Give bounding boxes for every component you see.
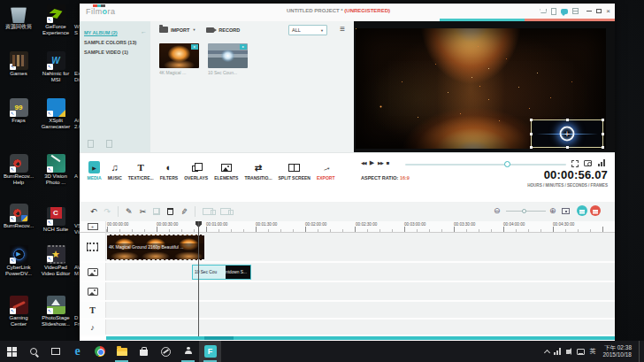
desktop-icon-fraps[interactable]: 99↖ Fraps [1,98,36,124]
undo-button[interactable]: ↶ [90,205,97,218]
speaker-icon[interactable] [566,350,570,354]
delete-trash-icon[interactable] [167,208,173,215]
tray-expand-icon[interactable] [544,349,550,355]
media-item-10sec-countdown[interactable]: ▸ 10 Sec Coun... [208,43,248,75]
taskbar-people[interactable] [177,341,199,362]
preview-video[interactable] [356,28,606,149]
desktop-icon-photostage[interactable]: ↖ PhotoStage Slideshow... [38,296,73,327]
media-item-4k-magical[interactable]: ▸ 4K Magical ... [159,43,199,75]
resize-handle[interactable] [530,146,533,149]
video-track[interactable]: 4K Magical Ground 2160p Beautiful ... [80,233,615,263]
minimize-button[interactable] [586,11,592,12]
fit-timeline-icon[interactable] [562,208,570,214]
text-track-header[interactable]: T [80,302,106,318]
remove-file-icon[interactable] [106,140,112,148]
zoom-slider-handle[interactable] [522,209,526,213]
taskbar-search-button[interactable] [22,341,44,362]
record-button[interactable]: RECORD [206,27,240,33]
tab-filters[interactable]: ◐ FILTERS [157,161,180,181]
feedback-bubble-icon[interactable] [561,9,568,14]
track-manager[interactable]: + [80,221,106,233]
add-marker-button[interactable] [577,205,587,216]
pip-track-header[interactable] [80,263,106,281]
desktop-icon-nahimic[interactable]: W↖ Nahimic for MSI [38,51,73,83]
desktop-icon-3dvision[interactable]: ↖ 3D Vision Photo ... [38,154,73,186]
timeline-scrollbar[interactable] [106,336,615,340]
desktop-icon-xsplit[interactable]: ↖ XSplit Gamecaster [38,98,73,130]
timeline-zoom-slider[interactable] [506,211,546,212]
marker-pen-icon[interactable]: ✎ [177,207,190,216]
taskbar-filmora[interactable]: F [199,341,221,362]
playhead[interactable] [198,221,199,336]
snapshot-camera-icon[interactable] [584,160,592,166]
pip-track-1[interactable]: 10 Sec Cou ntdown S... [80,263,615,282]
next-frame-button[interactable]: ▶▶ [378,160,383,166]
tab-elements[interactable]: ELEMENTS [211,161,242,181]
ime-indicator[interactable]: 英 [589,347,595,356]
task-view-button[interactable] [44,341,66,362]
desktop-icon-games[interactable]: ↖ Games [1,51,36,77]
panel-icon[interactable] [572,8,579,14]
desktop-icon-burnrecovery[interactable]: ↖ BurnRecov... [1,204,36,229]
pip-track-2[interactable] [80,282,615,302]
resize-handle[interactable] [602,146,604,149]
crop-icon[interactable] [153,208,160,215]
text-track[interactable]: T [80,302,615,320]
resize-handle[interactable] [602,133,604,135]
taskbar-clock[interactable]: 下午 02:38 2015/10/18 [600,344,634,358]
audio-track[interactable]: ♪ [80,320,615,336]
sidebar-item-my-album[interactable]: MY ALBUM (2) [80,27,150,37]
desktop-icon-nch-suite[interactable]: C↖ NCH Suite [38,204,73,233]
audio-track-header[interactable]: ♪ [80,320,106,335]
sidebar-item-sample-video[interactable]: SAMPLE VIDEO (1) [80,47,150,57]
taskbar-paint[interactable] [155,341,177,362]
collapse-sidebar-icon[interactable]: ← [141,28,147,35]
taskbar-store[interactable] [133,341,155,362]
desktop-icon-cyberlink[interactable]: ▶↖ CyberLink PowerDV... [1,245,36,277]
desktop-icon-geforce[interactable]: ↖ GeForce Experience [38,4,73,36]
taskbar-chrome[interactable] [88,341,111,362]
redo-button[interactable]: ↷ [104,205,111,218]
close-button[interactable]: × [606,8,610,15]
desktop-icon-recycle-bin[interactable]: 資源回收筒 [1,4,36,30]
mute-icon[interactable] [220,208,231,215]
zoom-out-icon[interactable]: ⊖ [494,206,501,215]
pip-overlay-selection[interactable] [531,119,603,148]
network-icon[interactable] [554,348,562,355]
media-filter-dropdown[interactable]: ALL ▼ [288,25,327,35]
seek-bar[interactable] [405,164,566,166]
tab-transitions[interactable]: ⇄ TRANSITIO... [242,161,275,181]
resize-handle[interactable] [566,146,569,149]
document-icon[interactable] [551,8,556,15]
stop-button[interactable]: ■ [387,160,390,166]
desktop-icon-gaming-center[interactable]: ↖ Gaming Center [1,296,36,327]
split-scissors-icon[interactable]: ✂ [140,205,147,218]
volume-icon[interactable] [598,159,607,166]
start-button[interactable] [0,341,22,362]
play-button[interactable]: ▶ [370,159,374,166]
edit-pencil-icon[interactable]: ✎ [126,205,133,218]
view-menu-icon[interactable]: ≡ [340,24,345,34]
export-button[interactable]: → EXPORT [313,161,338,181]
taskbar-file-explorer[interactable] [111,341,133,362]
show-desktop-button[interactable] [639,341,642,362]
fullscreen-icon[interactable] [571,160,579,167]
add-file-icon[interactable] [88,140,94,148]
resize-handle[interactable] [530,119,533,121]
cart-icon[interactable] [540,9,547,13]
tab-media[interactable]: ▶ MEDIA [84,161,104,181]
tab-music[interactable]: ♫ MUSIC [104,161,125,181]
record-voiceover-button[interactable] [590,205,601,216]
maximize-button[interactable] [596,9,602,13]
video-clip-4k-magical[interactable]: 4K Magical Ground 2160p Beautiful ... [107,235,204,260]
desktop-icon-burnrecovery-help[interactable]: ↖ BurnRecov... Help [1,154,36,186]
titlebar[interactable]: Filmora UNTITLED PROJECT * (UNREGISTERED… [80,4,615,19]
timeline-ruler[interactable]: 00:00:00:00 00:00:30:00 00:01:00:00 00:0… [106,221,615,233]
seek-handle[interactable] [504,161,510,167]
video-track-header[interactable] [80,233,106,261]
tab-text-credits[interactable]: T TEXT/CRE... [125,161,157,181]
pip-clip-countdown[interactable]: 10 Sec Cou ntdown S... [192,265,251,280]
resize-handle[interactable] [530,133,533,135]
tab-split-screen[interactable]: SPLIT SCREEN [275,161,313,181]
taskbar-edge[interactable]: e [66,341,88,362]
